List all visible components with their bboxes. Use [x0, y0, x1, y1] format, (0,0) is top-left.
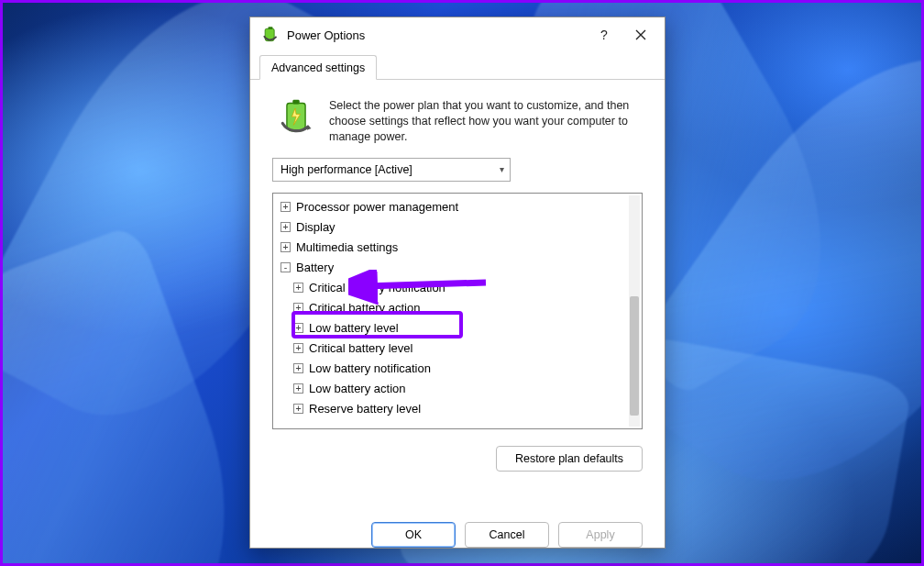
dialog-button-row: OK Cancel Apply	[250, 509, 665, 548]
window-title: Power Options	[287, 28, 586, 42]
tree-label: Low battery action	[309, 382, 406, 395]
tree-node-multimedia-settings[interactable]: + Multimedia settings	[280, 238, 625, 258]
close-button[interactable]	[622, 21, 659, 49]
tree-label: Multimedia settings	[296, 240, 398, 254]
restore-plan-defaults-button[interactable]: Restore plan defaults	[496, 446, 643, 472]
expand-icon[interactable]: +	[293, 383, 303, 394]
expand-icon[interactable]: +	[280, 202, 291, 212]
tree-node-low-battery-notification[interactable]: + Low battery notification	[293, 359, 625, 379]
power-plan-select[interactable]: High performance [Active] ▾	[272, 158, 511, 182]
tab-strip: Advanced settings	[250, 52, 665, 80]
tree-node-critical-battery-level[interactable]: + Critical battery level	[293, 338, 625, 359]
expand-icon[interactable]: +	[293, 283, 303, 293]
svg-point-1	[275, 36, 277, 38]
tree-node-battery[interactable]: - Battery	[280, 258, 625, 278]
tree-label: Processor power management	[296, 200, 458, 214]
tree-label: Critical battery notification	[309, 281, 446, 294]
expand-icon[interactable]: +	[293, 323, 303, 333]
expand-icon[interactable]: +	[293, 303, 303, 313]
scrollbar-thumb[interactable]	[630, 296, 639, 416]
close-icon	[635, 29, 646, 40]
settings-tree[interactable]: + Processor power management + Display +…	[280, 197, 625, 425]
help-button[interactable]: ?	[586, 21, 622, 49]
tree-label: Low battery level	[309, 321, 399, 335]
collapse-icon[interactable]: -	[280, 262, 291, 272]
settings-tree-box: + Processor power management + Display +…	[272, 193, 643, 429]
tree-label: Critical battery level	[309, 341, 412, 355]
chevron-down-icon: ▾	[500, 164, 504, 174]
tab-advanced-settings[interactable]: Advanced settings	[259, 55, 377, 80]
apply-button[interactable]: Apply	[558, 522, 643, 548]
tree-node-display[interactable]: + Display	[280, 217, 625, 238]
svg-rect-2	[292, 100, 299, 105]
expand-icon[interactable]: +	[280, 242, 291, 252]
battery-plan-icon	[276, 98, 316, 139]
description-row: Select the power plan that you want to c…	[276, 98, 639, 145]
tree-node-low-battery-action[interactable]: + Low battery action	[293, 379, 625, 399]
tree-node-reserve-battery-level[interactable]: + Reserve battery level	[293, 399, 625, 419]
tree-label: Critical battery action	[309, 301, 420, 315]
power-options-dialog: Power Options ? Advanced settings Select…	[249, 17, 666, 549]
tree-scrollbar[interactable]	[629, 195, 640, 427]
titlebar: Power Options ?	[250, 17, 665, 52]
cancel-button[interactable]: Cancel	[465, 522, 549, 548]
tree-node-critical-battery-notification[interactable]: + Critical battery notification	[293, 278, 625, 298]
expand-icon[interactable]: +	[293, 404, 303, 414]
svg-rect-0	[269, 27, 273, 29]
expand-icon[interactable]: +	[293, 343, 303, 353]
tree-node-critical-battery-action[interactable]: + Critical battery action	[293, 298, 625, 318]
ok-button[interactable]: OK	[371, 522, 456, 548]
power-plan-value: High performance [Active]	[280, 163, 412, 176]
tree-node-low-battery-level[interactable]: + Low battery level	[293, 318, 625, 338]
tab-content: Select the power plan that you want to c…	[250, 80, 665, 509]
tree-node-processor-power-management[interactable]: + Processor power management	[280, 197, 625, 217]
tree-label: Reserve battery level	[309, 402, 421, 416]
tree-label: Low battery notification	[309, 361, 431, 375]
expand-icon[interactable]: +	[280, 222, 291, 232]
tree-label: Display	[296, 220, 336, 234]
description-text: Select the power plan that you want to c…	[329, 98, 639, 145]
power-options-app-icon	[261, 26, 280, 44]
tree-label: Battery	[296, 261, 334, 274]
expand-icon[interactable]: +	[293, 363, 303, 373]
